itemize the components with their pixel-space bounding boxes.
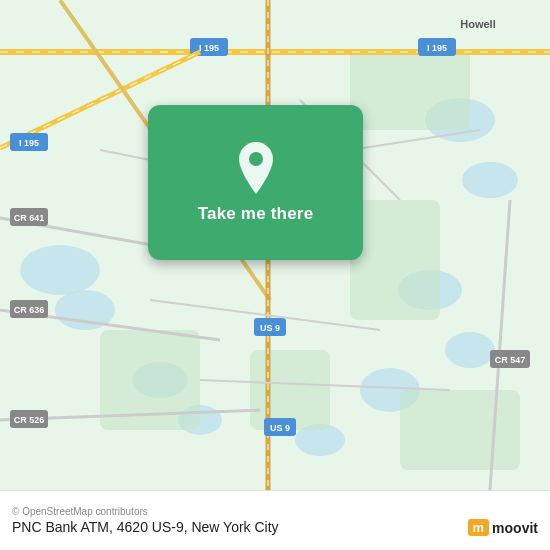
svg-text:I 195: I 195 (19, 138, 39, 148)
moovit-logo: m moovit (468, 519, 538, 536)
map-container: I 195 I 195 I 195 US 9 US 9 CR 641 CR 63… (0, 0, 550, 490)
svg-rect-15 (400, 390, 520, 470)
svg-text:CR 641: CR 641 (14, 213, 45, 223)
attribution: © OpenStreetMap contributors (12, 506, 538, 517)
take-me-there-card[interactable]: Take me there (148, 105, 363, 260)
location-info: PNC Bank ATM, 4620 US-9, New York City (12, 519, 279, 535)
svg-text:CR 547: CR 547 (495, 355, 526, 365)
svg-text:I 195: I 195 (427, 43, 447, 53)
svg-point-4 (462, 162, 518, 198)
svg-rect-12 (350, 200, 440, 320)
bottom-bar: © OpenStreetMap contributors PNC Bank AT… (0, 490, 550, 550)
map-pin-icon (234, 142, 278, 194)
svg-rect-11 (350, 50, 470, 130)
svg-text:CR 526: CR 526 (14, 415, 45, 425)
svg-text:US 9: US 9 (260, 323, 280, 333)
moovit-text: moovit (492, 520, 538, 536)
svg-text:CR 636: CR 636 (14, 305, 45, 315)
svg-text:I 195: I 195 (199, 43, 219, 53)
svg-point-51 (249, 152, 263, 166)
svg-text:US 9: US 9 (270, 423, 290, 433)
moovit-m-icon: m (468, 519, 490, 536)
take-me-there-label: Take me there (198, 204, 314, 224)
svg-point-1 (20, 245, 100, 295)
svg-text:Howell: Howell (460, 18, 495, 30)
svg-point-6 (445, 332, 495, 368)
